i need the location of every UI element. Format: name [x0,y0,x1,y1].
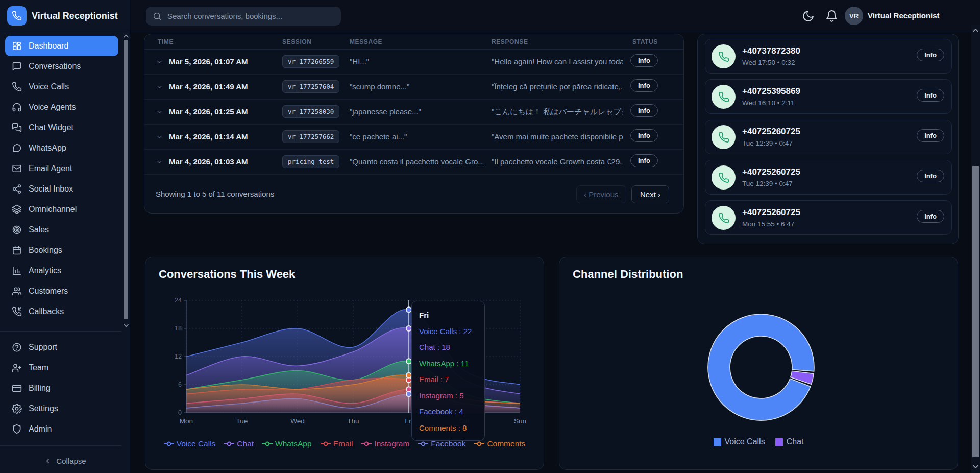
call-number: +40725260725 [742,167,800,177]
search-input[interactable] [167,12,321,20]
sidebar-item-omnichannel[interactable]: Omnichannel [5,199,118,220]
sidebar-scroll-up-icon[interactable] [122,33,130,40]
table-row[interactable]: Mar 4, 2026, 01:14 AMvr_177257662"ce pac… [144,125,683,150]
scroll-down-icon[interactable] [972,463,979,470]
tooltip-entry: Instagram : 5 [419,388,477,404]
legend-marker-icon [164,441,174,446]
call-list-item[interactable]: +40725260725Tue 12:39 • 0:47Info [705,160,952,195]
page-scrollbar[interactable] [971,25,980,473]
sidebar-item-conversations[interactable]: Conversations [5,56,118,77]
sidebar-item-label: Voice Calls [29,82,69,91]
sidebar-item-label: Team [29,363,48,372]
sidebar-item-callbacks[interactable]: Callbacks [5,301,118,322]
sidebar-item-email-agent[interactable]: Email Agent [5,158,118,179]
sidebar-item-sales[interactable]: Sales [5,220,118,240]
row-expand-chevron-icon[interactable] [156,58,163,66]
sidebar-scroll-down-icon[interactable] [122,322,130,329]
sidebar-item-customers[interactable]: Customers [5,281,118,301]
legend-marker-icon [474,441,484,446]
sidebar-scrollbar-thumb[interactable] [124,40,128,319]
table-row[interactable]: Mar 4, 2026, 01:03 AMpricing_test"Quanto… [144,150,683,175]
next-button[interactable]: Next › [631,185,669,203]
table-row[interactable]: Mar 5, 2026, 01:07 AMvr_177266559"HI..."… [144,50,683,75]
donut-legend-item-chat[interactable]: Chat [775,437,804,446]
table-row[interactable]: Mar 4, 2026, 01:25 AMvr_177258030"japane… [144,100,683,125]
call-list-item[interactable]: +40737872380Wed 17:50 • 0:32Info [705,39,952,74]
sidebar-item-whatsapp[interactable]: WhatsApp [5,138,118,158]
chevron-left-icon [44,457,52,465]
sidebar-item-voice-agents[interactable]: Voice Agents [5,97,118,117]
donut-legend-item-voice-calls[interactable]: Voice Calls [714,437,765,446]
bell-icon[interactable] [825,10,838,22]
cell-response: "Il pacchetto vocale Growth costa €29... [492,157,623,166]
info-button[interactable]: Info [630,79,658,92]
call-info-button[interactable]: Info [917,210,944,223]
cell-response: "こんにちは！ 私はバーチャルレセプショ... [492,107,623,117]
row-expand-chevron-icon[interactable] [156,133,163,141]
sidebar-item-billing[interactable]: Billing [5,378,118,398]
call-info-button[interactable]: Info [917,170,944,182]
cell-message: "HI..." [350,57,483,66]
row-expand-chevron-icon[interactable] [156,108,163,116]
cell-time: Mar 4, 2026, 01:03 AM [169,157,248,166]
chat2-icon [12,123,22,133]
sidebar-nav: DashboardConversationsVoice CallsVoice A… [0,36,122,322]
sidebar-item-voice-calls[interactable]: Voice Calls [5,77,118,97]
sidebar-item-label: Support [29,343,57,352]
session-badge: vr_177266559 [282,55,339,68]
chart-tooltip: Fri Voice Calls : 22Chat : 18WhatsApp : … [411,301,485,441]
bubble-icon [12,143,22,153]
svg-text:6: 6 [178,381,182,388]
legend-item-comments[interactable]: Comments [474,439,525,448]
moon-icon[interactable] [802,10,815,22]
sidebar-item-label: Customers [29,287,68,296]
sidebar-item-label: Voice Agents [29,103,76,112]
sidebar-item-dashboard[interactable]: Dashboard [5,36,118,56]
call-info-button[interactable]: Info [917,49,944,61]
phone-call-icon [712,206,736,230]
sidebar-item-settings[interactable]: Settings [5,398,118,419]
sidebar-item-admin[interactable]: Admin [5,419,118,439]
call-list-item[interactable]: +40725395869Wed 16:10 • 2:11Info [705,79,952,114]
call-list-item[interactable]: +40725260725Mon 15:55 • 6:47Info [705,200,952,235]
legend-item-chat[interactable]: Chat [224,439,254,448]
cell-message: "japanesse please..." [350,107,483,116]
sidebar-item-team[interactable]: Team [5,358,118,378]
conversations-table-card: TIMESESSIONMESSAGERESPONSESTATUS Mar 5, … [144,34,684,214]
donut-chart-title: Channel Distribution [573,268,683,281]
recent-calls-panel: +40737872380Wed 17:50 • 0:32Info+4072539… [697,34,959,244]
table-row[interactable]: Mar 4, 2026, 01:49 AMvr_177257604"scump … [144,75,683,100]
sidebar-item-bookings[interactable]: Bookings [5,240,118,261]
row-expand-chevron-icon[interactable] [156,158,163,166]
donut-chart[interactable] [700,306,822,428]
headphones-icon [12,102,22,112]
sidebar-item-chat-widget[interactable]: Chat Widget [5,117,118,138]
legend-item-email[interactable]: Email [321,439,353,448]
target-icon [12,225,22,235]
call-info-button[interactable]: Info [917,129,944,142]
legend-item-whatsapp[interactable]: WhatsApp [262,439,312,448]
call-info-button[interactable]: Info [917,89,944,102]
sidebar-collapse-button[interactable]: Collapse [0,452,130,469]
legend-item-instagram[interactable]: Instagram [361,439,409,448]
info-button[interactable]: Info [630,154,658,167]
row-expand-chevron-icon[interactable] [156,83,163,91]
sidebar-item-social-inbox[interactable]: Social Inbox [5,179,118,199]
previous-button[interactable]: ‹ Previous [576,185,626,203]
cell-response: "Avem mai multe pachete disponibile p... [492,132,623,141]
info-button[interactable]: Info [630,54,658,67]
info-button[interactable]: Info [630,129,658,142]
column-header-status: STATUS [632,38,658,45]
cell-time: Mar 4, 2026, 01:49 AM [169,82,248,91]
legend-item-voice-calls[interactable]: Voice Calls [164,439,216,448]
sidebar-footer-nav: SupportTeamBillingSettingsAdmin [0,337,122,439]
sidebar-item-analytics[interactable]: Analytics [5,261,118,281]
avatar[interactable]: VR [845,7,863,25]
info-button[interactable]: Info [630,104,658,117]
sidebar-item-support[interactable]: Support [5,337,118,358]
scroll-up-icon[interactable] [972,27,979,34]
svg-text:Mon: Mon [180,417,193,425]
call-list-item[interactable]: +40725260725Tue 12:39 • 0:47Info [705,120,952,154]
sidebar-item-label: Bookings [29,246,62,255]
page-scrollbar-thumb[interactable] [972,166,979,457]
